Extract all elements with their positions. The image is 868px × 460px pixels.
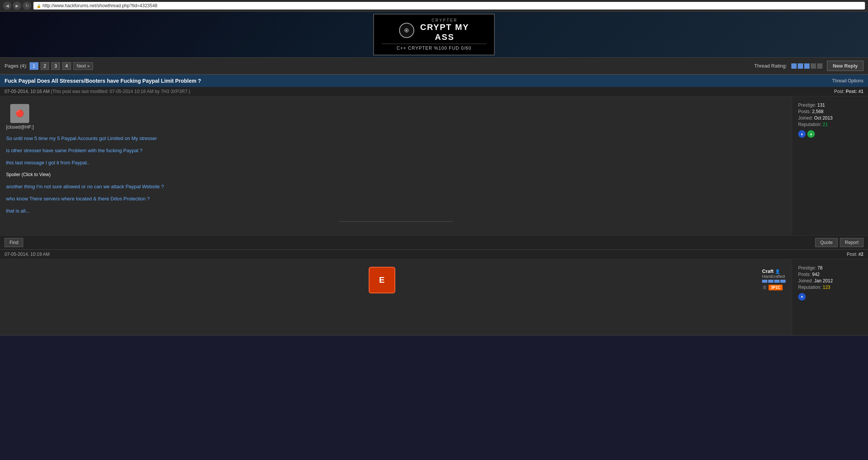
post2-joined-line: Joined: Jan 2012 [798, 278, 862, 284]
posts-line: Posts: 2,568 [798, 109, 862, 114]
post-1-actions: Find Quote Report [0, 235, 868, 249]
post-2-sidebar: Prestige: 78 Posts: 942 Joined: Jan 2012… [792, 259, 868, 335]
post-1-meta-bar: 07-05-2014, 10:16 AM (This post was last… [0, 87, 868, 96]
post-last-line: that is all... [6, 207, 786, 215]
thread-options[interactable]: Thread Options [832, 78, 863, 83]
post-2-user-title: Handcrafted [762, 274, 786, 279]
post-2-content: E Craft 👤 Handcrafted 0 3 [0, 259, 792, 335]
banner-tagline: C++ CRYPTER %100 FUD 0/60 [382, 44, 486, 51]
find-button[interactable]: Find [5, 238, 23, 247]
page-1[interactable]: 1 [30, 62, 38, 70]
post-1-body: 🔴 [closed@HF:] So until now 5 time my 5 … [0, 96, 868, 235]
quote-button[interactable]: Quote [815, 238, 838, 247]
next-button[interactable]: Next » [73, 62, 93, 70]
rank-bar-2 [768, 280, 773, 283]
post-1-text: So until now 5 time my 5 Paypal Accounts… [6, 134, 786, 203]
thread-rating-label: Thread Rating: [754, 63, 787, 69]
epic-badge: 3P1C [769, 285, 783, 290]
refresh-button[interactable]: ↻ [23, 2, 31, 10]
pagination-left: Pages (4): 1 2 3 4 Next » [5, 62, 93, 70]
page-4[interactable]: 4 [62, 62, 71, 70]
post-2-meta-bar: 07-05-2014, 10:19 AM Post: #2 [0, 250, 868, 259]
post-2-rank-bars [762, 280, 786, 283]
post-2-date: 07-05-2014, 10:19 AM [5, 252, 50, 257]
post-1-date: 07-05-2014, 10:16 AM (This post was last… [5, 89, 190, 94]
post-separator [339, 221, 453, 222]
star-4 [811, 63, 816, 69]
post-1-username: [closed@HF:] [6, 124, 34, 130]
banner-brand-main: CRYPT MY ASS [420, 22, 469, 42]
rep-icon-green: ♦ [807, 130, 815, 138]
post-line-6: who know There servers where located & t… [6, 195, 786, 203]
post-line-5: another thing I'm not sure allowed or no… [6, 183, 786, 191]
post-2: 07-05-2014, 10:19 AM Post: #2 E Craft 👤 … [0, 250, 868, 336]
address-bar[interactable]: 🔒 http://www.hackforums.net/showthread.p… [33, 2, 865, 9]
spoiler-action[interactable]: (Click to View) [22, 172, 51, 177]
post-1-sidebar: Prestige: 131 Posts: 2,568 Joined: Oct 2… [792, 96, 868, 235]
pages-label: Pages (4): [5, 63, 27, 69]
post-2-user-info: Craft 👤 Handcrafted 0 3P1C [762, 267, 786, 290]
post2-rep-icon-blue: ♦ [798, 293, 806, 301]
post-2-num: Post: #2 [847, 252, 863, 257]
report-button[interactable]: Report [840, 238, 863, 247]
page-2[interactable]: 2 [41, 62, 49, 70]
thread-title: Fuck Paypal Does All Stressers/Booters h… [5, 78, 201, 84]
rank-bar-1 [762, 280, 767, 283]
post-1-num: Post: Post: #1 [834, 89, 863, 94]
spoiler-label: Spoiler [6, 172, 20, 177]
post2-reputation-line: Reputation: 123 [798, 285, 862, 290]
rank-bar-4 [780, 280, 786, 283]
star-3 [804, 63, 810, 69]
post-2-username: Craft 👤 [762, 268, 786, 274]
thread-title-bar: Fuck Paypal Does All Stressers/Booters h… [0, 75, 868, 87]
rank-bar-3 [774, 280, 780, 283]
back-button[interactable]: ◀ [3, 2, 11, 10]
url-text: http://www.hackforums.net/showthread.php… [43, 3, 158, 8]
forward-button[interactable]: ▶ [13, 2, 21, 10]
banner-brand-top: CRYPTER [420, 18, 469, 22]
banner-ad[interactable]: ⊕ CRYPTER CRYPT MY ASS C++ CRYPTER %100 … [373, 14, 495, 55]
epic-badge-container: 0 3P1C [762, 284, 786, 290]
star-5 [817, 63, 822, 69]
joined-line: Joined: Oct 2013 [798, 115, 862, 121]
post-line-2: is other stresser have same Problem with… [6, 147, 786, 155]
post-1-avatar: 🔴 [10, 104, 29, 123]
star-1 [791, 63, 797, 69]
browser-chrome: ◀ ▶ ↻ 🔒 http://www.hackforums.net/showth… [0, 0, 868, 12]
banner-logo: ⊕ [399, 23, 414, 38]
post-1: 07-05-2014, 10:16 AM (This post was last… [0, 87, 868, 250]
page-3[interactable]: 3 [51, 62, 60, 70]
reputation-line: Reputation: 21 [798, 122, 862, 127]
rep-icon-blue: ♦ [798, 130, 806, 138]
post2-prestige-line: Prestige: 78 [798, 265, 862, 271]
post2-reputation-icons: ♦ [798, 293, 862, 301]
rating-stars [791, 63, 822, 69]
header-banner: ⊕ CRYPTER CRYPT MY ASS C++ CRYPTER %100 … [0, 12, 868, 57]
post-2-avatar: E [369, 267, 395, 293]
lock-icon: 🔒 [36, 4, 41, 8]
post-line-1: So until now 5 time my 5 Paypal Accounts… [6, 134, 786, 143]
post-2-body: E Craft 👤 Handcrafted 0 3 [0, 259, 868, 335]
pagination-right: Thread Rating: New Reply [754, 61, 863, 71]
post2-posts-line: Posts: 942 [798, 272, 862, 277]
star-2 [798, 63, 803, 69]
post-line-3: this last message I got it from Paypal.. [6, 159, 786, 167]
spoiler[interactable]: Spoiler (Click to View) [6, 171, 786, 178]
nav-icons: ◀ ▶ ↻ [3, 2, 31, 10]
post-1-content: 🔴 [closed@HF:] So until now 5 time my 5 … [0, 96, 792, 235]
prestige-line: Prestige: 131 [798, 102, 862, 108]
new-reply-button[interactable]: New Reply [827, 61, 863, 71]
pagination-bar: Pages (4): 1 2 3 4 Next » Thread Rating:… [0, 57, 868, 75]
post-1-action-btns-right: Quote Report [815, 238, 863, 247]
reputation-icons: ♦ ♦ [798, 130, 862, 138]
